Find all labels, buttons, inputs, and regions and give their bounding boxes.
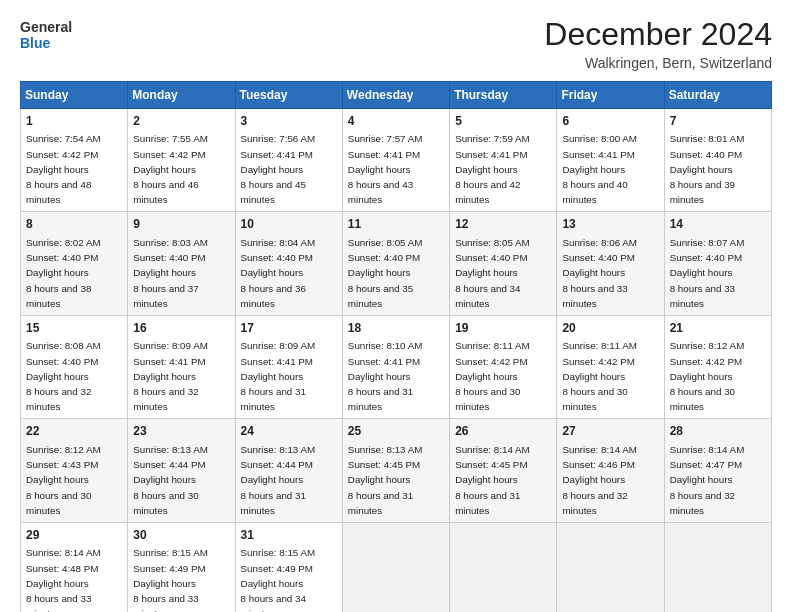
col-monday: Monday [128,82,235,109]
month-title: December 2024 [544,16,772,53]
calendar-week-row: 29 Sunrise: 8:14 AMSunset: 4:48 PMDaylig… [21,522,772,612]
day-info: Sunrise: 8:04 AMSunset: 4:40 PMDaylight … [241,237,316,309]
page: General Blue December 2024 Walkringen, B… [0,0,792,612]
day-number: 28 [670,423,767,440]
day-info: Sunrise: 8:03 AMSunset: 4:40 PMDaylight … [133,237,208,309]
day-cell: 29 Sunrise: 8:14 AMSunset: 4:48 PMDaylig… [21,522,128,612]
logo-svg: General Blue [20,16,72,54]
day-cell: 13 Sunrise: 8:06 AMSunset: 4:40 PMDaylig… [557,212,664,315]
day-cell: 18 Sunrise: 8:10 AMSunset: 4:41 PMDaylig… [342,315,449,418]
day-info: Sunrise: 8:14 AMSunset: 4:48 PMDaylight … [26,547,101,612]
svg-text:Blue: Blue [20,35,51,51]
day-number: 29 [26,527,123,544]
day-cell: 8 Sunrise: 8:02 AMSunset: 4:40 PMDayligh… [21,212,128,315]
day-info: Sunrise: 8:14 AMSunset: 4:46 PMDaylight … [562,444,637,516]
day-info: Sunrise: 8:15 AMSunset: 4:49 PMDaylight … [133,547,208,612]
day-info: Sunrise: 8:13 AMSunset: 4:44 PMDaylight … [241,444,316,516]
calendar-week-row: 1 Sunrise: 7:54 AMSunset: 4:42 PMDayligh… [21,109,772,212]
day-number: 31 [241,527,338,544]
col-tuesday: Tuesday [235,82,342,109]
day-info: Sunrise: 8:01 AMSunset: 4:40 PMDaylight … [670,133,745,205]
day-cell: 3 Sunrise: 7:56 AMSunset: 4:41 PMDayligh… [235,109,342,212]
day-number: 17 [241,320,338,337]
day-cell: 17 Sunrise: 8:09 AMSunset: 4:41 PMDaylig… [235,315,342,418]
day-info: Sunrise: 7:56 AMSunset: 4:41 PMDaylight … [241,133,316,205]
day-info: Sunrise: 8:05 AMSunset: 4:40 PMDaylight … [455,237,530,309]
calendar: Sunday Monday Tuesday Wednesday Thursday… [20,81,772,612]
svg-text:General: General [20,19,72,35]
day-info: Sunrise: 8:12 AMSunset: 4:42 PMDaylight … [670,340,745,412]
day-number: 25 [348,423,445,440]
day-info: Sunrise: 7:57 AMSunset: 4:41 PMDaylight … [348,133,423,205]
day-cell: 2 Sunrise: 7:55 AMSunset: 4:42 PMDayligh… [128,109,235,212]
col-saturday: Saturday [664,82,771,109]
day-info: Sunrise: 8:12 AMSunset: 4:43 PMDaylight … [26,444,101,516]
day-cell: 26 Sunrise: 8:14 AMSunset: 4:45 PMDaylig… [450,419,557,522]
day-cell: 6 Sunrise: 8:00 AMSunset: 4:41 PMDayligh… [557,109,664,212]
title-block: December 2024 Walkringen, Bern, Switzerl… [544,16,772,71]
day-number: 16 [133,320,230,337]
day-cell: 19 Sunrise: 8:11 AMSunset: 4:42 PMDaylig… [450,315,557,418]
day-info: Sunrise: 8:07 AMSunset: 4:40 PMDaylight … [670,237,745,309]
day-info: Sunrise: 8:14 AMSunset: 4:45 PMDaylight … [455,444,530,516]
day-cell: 11 Sunrise: 8:05 AMSunset: 4:40 PMDaylig… [342,212,449,315]
empty-cell [664,522,771,612]
day-info: Sunrise: 7:59 AMSunset: 4:41 PMDaylight … [455,133,530,205]
day-number: 22 [26,423,123,440]
calendar-header-row: Sunday Monday Tuesday Wednesday Thursday… [21,82,772,109]
day-info: Sunrise: 8:02 AMSunset: 4:40 PMDaylight … [26,237,101,309]
day-cell: 24 Sunrise: 8:13 AMSunset: 4:44 PMDaylig… [235,419,342,522]
location: Walkringen, Bern, Switzerland [544,55,772,71]
day-cell: 28 Sunrise: 8:14 AMSunset: 4:47 PMDaylig… [664,419,771,522]
day-number: 27 [562,423,659,440]
day-number: 23 [133,423,230,440]
day-cell: 31 Sunrise: 8:15 AMSunset: 4:49 PMDaylig… [235,522,342,612]
day-cell: 10 Sunrise: 8:04 AMSunset: 4:40 PMDaylig… [235,212,342,315]
day-cell: 15 Sunrise: 8:08 AMSunset: 4:40 PMDaylig… [21,315,128,418]
day-cell: 22 Sunrise: 8:12 AMSunset: 4:43 PMDaylig… [21,419,128,522]
col-friday: Friday [557,82,664,109]
calendar-week-row: 8 Sunrise: 8:02 AMSunset: 4:40 PMDayligh… [21,212,772,315]
day-cell: 25 Sunrise: 8:13 AMSunset: 4:45 PMDaylig… [342,419,449,522]
day-info: Sunrise: 8:11 AMSunset: 4:42 PMDaylight … [562,340,637,412]
day-cell: 23 Sunrise: 8:13 AMSunset: 4:44 PMDaylig… [128,419,235,522]
day-cell: 1 Sunrise: 7:54 AMSunset: 4:42 PMDayligh… [21,109,128,212]
day-number: 19 [455,320,552,337]
empty-cell [557,522,664,612]
empty-cell [342,522,449,612]
day-cell: 4 Sunrise: 7:57 AMSunset: 4:41 PMDayligh… [342,109,449,212]
header: General Blue December 2024 Walkringen, B… [20,16,772,71]
day-info: Sunrise: 8:09 AMSunset: 4:41 PMDaylight … [241,340,316,412]
day-number: 26 [455,423,552,440]
day-info: Sunrise: 8:06 AMSunset: 4:40 PMDaylight … [562,237,637,309]
day-number: 8 [26,216,123,233]
day-info: Sunrise: 8:11 AMSunset: 4:42 PMDaylight … [455,340,530,412]
col-thursday: Thursday [450,82,557,109]
day-info: Sunrise: 8:15 AMSunset: 4:49 PMDaylight … [241,547,316,612]
day-number: 2 [133,113,230,130]
day-number: 5 [455,113,552,130]
day-info: Sunrise: 8:00 AMSunset: 4:41 PMDaylight … [562,133,637,205]
day-number: 18 [348,320,445,337]
day-number: 11 [348,216,445,233]
day-number: 13 [562,216,659,233]
day-cell: 12 Sunrise: 8:05 AMSunset: 4:40 PMDaylig… [450,212,557,315]
day-number: 14 [670,216,767,233]
day-number: 10 [241,216,338,233]
day-info: Sunrise: 8:08 AMSunset: 4:40 PMDaylight … [26,340,101,412]
logo: General Blue [20,16,72,54]
day-info: Sunrise: 8:14 AMSunset: 4:47 PMDaylight … [670,444,745,516]
calendar-week-row: 22 Sunrise: 8:12 AMSunset: 4:43 PMDaylig… [21,419,772,522]
day-number: 7 [670,113,767,130]
day-cell: 20 Sunrise: 8:11 AMSunset: 4:42 PMDaylig… [557,315,664,418]
day-cell: 30 Sunrise: 8:15 AMSunset: 4:49 PMDaylig… [128,522,235,612]
day-cell: 27 Sunrise: 8:14 AMSunset: 4:46 PMDaylig… [557,419,664,522]
day-info: Sunrise: 8:13 AMSunset: 4:44 PMDaylight … [133,444,208,516]
day-cell: 5 Sunrise: 7:59 AMSunset: 4:41 PMDayligh… [450,109,557,212]
day-number: 3 [241,113,338,130]
day-info: Sunrise: 8:09 AMSunset: 4:41 PMDaylight … [133,340,208,412]
col-wednesday: Wednesday [342,82,449,109]
day-number: 6 [562,113,659,130]
day-number: 9 [133,216,230,233]
day-number: 4 [348,113,445,130]
